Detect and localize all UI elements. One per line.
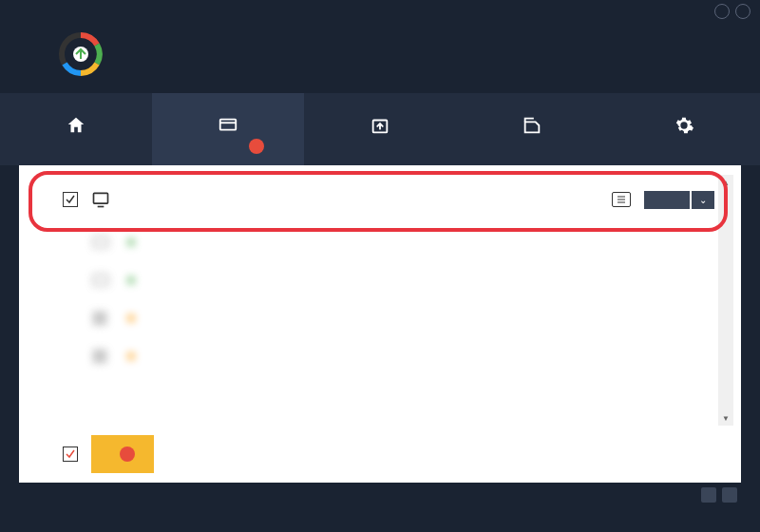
svg-rect-12 [93, 312, 99, 317]
driver-row[interactable]: ⌄ [34, 175, 733, 224]
backup-icon [370, 115, 390, 136]
svg-rect-13 [101, 312, 106, 317]
driver-row[interactable] [34, 262, 733, 300]
svg-rect-17 [101, 350, 106, 355]
update-dropdown[interactable]: ⌄ [692, 191, 714, 209]
footer [0, 483, 760, 507]
minimize-button[interactable] [714, 4, 730, 19]
download-install-button[interactable] [91, 435, 154, 473]
driver-name [124, 236, 714, 249]
driver-row[interactable] [34, 300, 733, 338]
status-dot-icon [127, 276, 135, 284]
nav-driver-updates[interactable] [152, 93, 304, 165]
svg-rect-10 [94, 237, 108, 247]
svg-rect-5 [94, 193, 108, 203]
restore-icon [522, 115, 542, 136]
updates-badge [249, 139, 264, 154]
svg-rect-16 [93, 350, 99, 355]
gear-icon [674, 115, 694, 136]
svg-rect-11 [94, 275, 108, 285]
svg-rect-14 [93, 319, 99, 325]
content-area: ⌄ [19, 165, 741, 483]
status-dot-icon [127, 314, 135, 322]
scroll-up-icon[interactable]: ▲ [718, 175, 733, 190]
monitor-icon [91, 190, 110, 209]
driver-row[interactable] [34, 224, 733, 262]
monitor-icon [91, 234, 110, 253]
update-button[interactable] [644, 191, 690, 209]
status-dot-icon [127, 352, 135, 360]
main-nav [0, 93, 760, 165]
scroll-down-icon[interactable]: ▼ [718, 410, 733, 426]
svg-rect-19 [101, 357, 106, 363]
close-button[interactable] [735, 4, 750, 19]
googleplus-button[interactable] [722, 487, 737, 503]
nav-restore[interactable] [456, 93, 608, 165]
nav-settings[interactable] [608, 93, 760, 165]
driver-row[interactable] [34, 338, 733, 376]
nav-backup[interactable] [304, 93, 456, 165]
brand-header [0, 23, 760, 93]
scrollbar[interactable]: ▲ ▼ [718, 175, 733, 426]
driver-name [124, 350, 701, 363]
windows-icon [91, 348, 110, 367]
details-icon[interactable] [612, 192, 631, 207]
svg-rect-15 [101, 319, 106, 325]
windows-icon [91, 310, 110, 329]
home-icon [66, 115, 86, 136]
updates-icon [218, 115, 238, 136]
nav-home[interactable] [0, 93, 152, 165]
driver-name [124, 274, 714, 287]
app-logo-icon [57, 30, 104, 78]
svg-rect-18 [93, 357, 99, 363]
svg-rect-2 [220, 120, 237, 130]
facebook-button[interactable] [701, 487, 716, 503]
select-all-checkbox[interactable] [63, 446, 78, 462]
driver-name [124, 312, 701, 325]
status-dot-icon [127, 238, 135, 246]
monitor-icon [91, 272, 110, 291]
checkbox[interactable] [63, 192, 78, 207]
download-badge [120, 446, 135, 462]
